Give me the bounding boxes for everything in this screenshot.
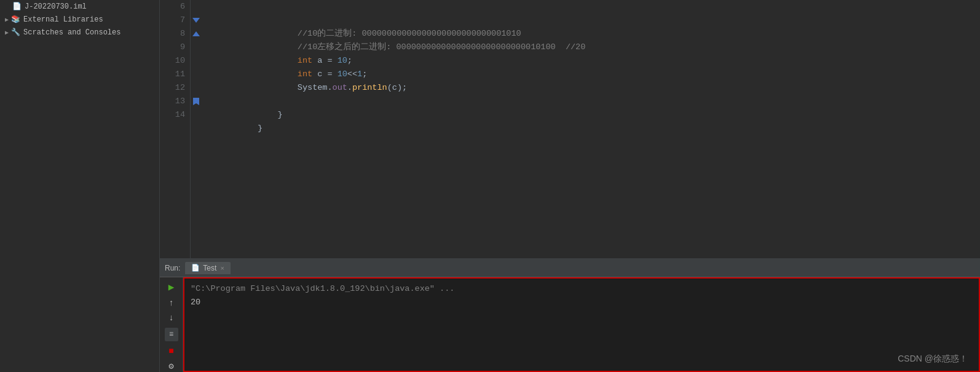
- scratch-icon: 🔧: [11, 28, 20, 37]
- code-line-7: //10的二进制: 000000000000000000000000000010…: [208, 14, 974, 27]
- bookmark-up-icon: [192, 31, 200, 36]
- main-area: 6 7 8 9 10 11 12 13 14: [160, 0, 980, 372]
- tab-file-icon: 📄: [191, 264, 200, 272]
- run-sidebar: ▶ ↑ ↓ ≡ ■ ⚙: [160, 277, 183, 372]
- code-line-14: }: [208, 108, 974, 122]
- console-output: "C:\Program Files\Java\jdk1.8.0_192\bin\…: [183, 277, 980, 372]
- run-tab[interactable]: 📄 Test ×: [185, 262, 230, 274]
- sidebar: 📄 J-20220730.iml ▶ 📚 External Libraries …: [0, 0, 160, 372]
- run-toolbar: Run: 📄 Test ×: [160, 259, 980, 277]
- ext-lib-icon: 📚: [11, 15, 20, 24]
- gutter-13: [193, 95, 199, 108]
- tab-label: Test: [203, 264, 216, 272]
- run-label: Run:: [165, 264, 180, 272]
- console-line-1: "C:\Program Files\Java\jdk1.8.0_192\bin\…: [191, 282, 973, 296]
- ext-lib-label: External Libraries: [23, 15, 103, 24]
- arrow-right-icon: ▶: [5, 16, 9, 23]
- arrow-right-scratch-icon: ▶: [5, 29, 9, 36]
- bottom-panel: Run: 📄 Test × ▶ ↑ ↓ ≡ ■ ⚙ "C:\Program Fi…: [160, 258, 980, 372]
- bookmark-down-icon: [192, 18, 200, 23]
- code-container: 6 7 8 9 10 11 12 13 14: [160, 0, 980, 258]
- iml-file-icon: 📄: [12, 2, 22, 11]
- code-lines[interactable]: //10的二进制: 000000000000000000000000000010…: [202, 0, 980, 258]
- run-content: ▶ ↑ ↓ ≡ ■ ⚙ "C:\Program Files\Java\jdk1.…: [160, 277, 980, 372]
- sidebar-item-iml[interactable]: 📄 J-20220730.iml: [0, 0, 159, 13]
- code-line-6: [208, 0, 974, 14]
- iml-file-label: J-20220730.iml: [25, 2, 87, 11]
- bookmark-small-icon: [193, 98, 199, 105]
- output-number: 20: [191, 298, 200, 307]
- stop-button[interactable]: ■: [168, 346, 173, 356]
- editor-area: 6 7 8 9 10 11 12 13 14: [160, 0, 980, 258]
- scroll-up-button[interactable]: ↑: [168, 298, 173, 308]
- comment-8: //10左移之后的二进制: 00000000000000000000000000…: [258, 42, 585, 52]
- line-numbers: 6 7 8 9 10 11 12 13 14: [160, 0, 191, 258]
- comment-7: //10的二进制: 000000000000000000000000000010…: [258, 29, 521, 38]
- wrap-button[interactable]: ≡: [165, 328, 178, 341]
- code-line-13: }: [208, 95, 974, 108]
- java-path: "C:\Program Files\Java\jdk1.8.0_192\bin\…: [191, 284, 454, 293]
- gutter-8: [192, 27, 200, 41]
- scratch-label: Scratches and Consoles: [23, 28, 121, 37]
- sidebar-item-scratches[interactable]: ▶ 🔧 Scratches and Consoles: [0, 26, 159, 39]
- settings-button[interactable]: ⚙: [168, 361, 173, 371]
- sidebar-item-external-libraries[interactable]: ▶ 📚 External Libraries: [0, 13, 159, 26]
- scroll-down-button[interactable]: ↓: [168, 313, 173, 323]
- run-button[interactable]: ▶: [168, 281, 175, 293]
- gutter-7: [192, 14, 200, 27]
- console-line-2: 20: [191, 296, 973, 309]
- gutter: [191, 0, 202, 258]
- tab-close-button[interactable]: ×: [220, 264, 224, 272]
